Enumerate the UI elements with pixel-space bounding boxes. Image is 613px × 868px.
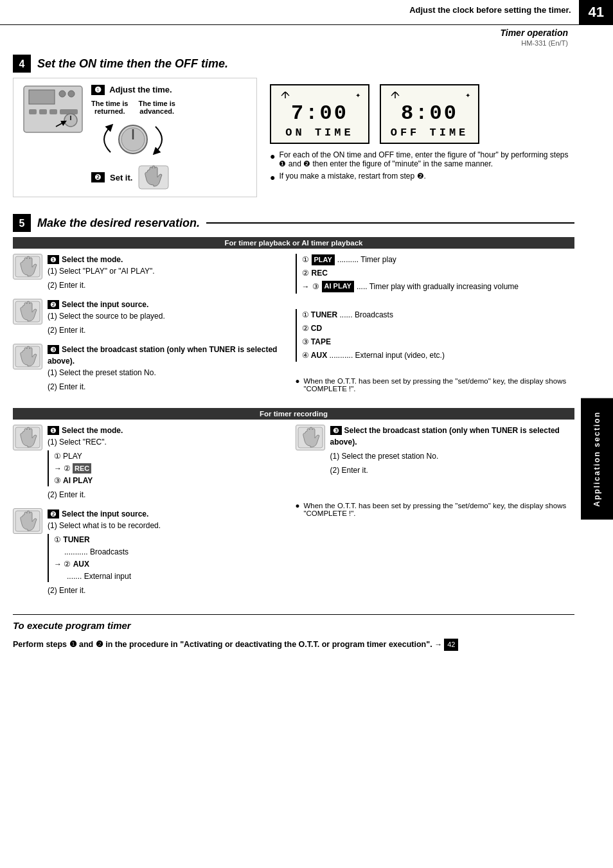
rec-step1: ❶Select the mode. (1) Select "REC". ① PL… [13,425,283,500]
playback-right: ① PLAY .......... Timer play ② REC → ③ A… [296,254,574,400]
device-diagram-svg [22,85,84,143]
rec-step2-text: ❷Select the input source. (1) Select wha… [48,508,161,596]
page-header: Adjust the clock before setting the time… [0,0,613,25]
playback-step1: ❶Select the mode. (1) Select "PLAY" or "… [13,254,283,291]
section4-content: ❶ Adjust the time. The time is returned.… [13,78,574,204]
lcd-displays: ✦ 7:00 ON TIME ✦ 8:00 OFF TIME [270,84,574,144]
page-ref-number: 42 [444,639,458,651]
step4-title: Set the ON time then the OFF time. [37,57,228,71]
on-time-display: ✦ 7:00 ON TIME [270,84,369,144]
playback-step2-text: ❷Select the input source. (1) Select the… [48,299,165,336]
section4-right: ✦ 7:00 ON TIME ✦ 8:00 OFF TIME [270,78,574,204]
off-time-value: 8:00 [401,102,458,125]
recording-note: ● When the O.T.T. has been set by pressi… [296,502,574,517]
recording-left: ❶Select the mode. (1) Select "REC". ① PL… [13,425,283,604]
execute-text: Perform steps ❶ and ❷ in the procedure i… [13,635,574,651]
adjust-box: ❶ Adjust the time. The time is returned.… [13,78,257,197]
adjust-title: ❶ Adjust the time. [91,85,247,94]
playback-step3-text: ❸Select the broadcast station (only when… [48,344,283,393]
step5-heading: 5 Make the desired reservation. [13,214,574,232]
on-time-label: ON TIME [285,127,353,139]
source-options: ① TUNER ...... Broadcasts ② CD ③ TAPE ④ … [296,309,574,362]
off-time-label: OFF TIME [391,127,469,139]
hand-icon-r3 [296,425,325,450]
svg-rect-6 [29,109,37,114]
svg-point-5 [68,91,75,97]
svg-text:4: 4 [19,58,25,69]
recording-bar: For timer recording [13,408,574,420]
rec-step1-text: ❶Select the mode. (1) Select "REC". ① PL… [48,425,123,500]
note-item-2: ● If you make a mistake, restart from st… [270,172,574,184]
set-it-row: ❷ Set it. [91,164,247,190]
playback-step3: ❸Select the broadcast station (only when… [13,344,283,393]
page-number: 41 [580,0,613,24]
rec-step3-block: ❸Select the broadcast station (only when… [296,425,574,476]
svg-rect-3 [29,90,55,104]
hand-press-icon [138,164,170,190]
svg-text:5: 5 [19,218,25,229]
step4-heading: 4 Set the ON time then the OFF time. [13,55,574,73]
page-ref: → 42 [434,639,458,651]
model-number: HM-331 (En/T) [0,39,613,52]
recording-right: ❸Select the broadcast station (only when… [296,425,574,604]
playback-note: ● When the O.T.T. has been set by pressi… [296,377,574,393]
off-time-display: ✦ 8:00 OFF TIME [380,84,479,144]
main-content: 4 Set the ON time then the OFF time. [0,52,613,664]
recording-section: ❶Select the mode. (1) Select "REC". ① PL… [13,425,574,604]
on-time-value: 7:00 [291,102,348,125]
note-item-1: ● For each of the ON time and OFF time, … [270,150,574,168]
playback-left: ❶Select the mode. (1) Select "PLAY" or "… [13,254,283,400]
section-subtitle: Timer operation [0,25,613,39]
execute-title: To execute program timer [13,620,574,631]
play-options: ① PLAY .......... Timer play ② REC → ③ A… [296,254,574,294]
svg-rect-8 [49,109,57,114]
step5-title: Make the desired reservation. [37,217,200,230]
hand-icon-3 [13,344,42,369]
playback-step2: ❷Select the input source. (1) Select the… [13,299,283,336]
rec-step2: ❷Select the input source. (1) Select wha… [13,508,283,596]
step5-icon: 5 [13,214,31,232]
playback-bar: For timer playback or AI timer playback [13,237,574,249]
hand-icon-r2 [13,508,42,534]
playback-section: ❶Select the mode. (1) Select "PLAY" or "… [13,254,574,400]
svg-rect-7 [39,109,47,114]
step4-icon: 4 [13,55,31,73]
rec-step3-text: ❸Select the broadcast station (only when… [330,425,574,476]
header-instruction: Adjust the clock before setting the time… [0,0,580,24]
hand-icon-r1 [13,425,42,450]
section4-left: ❶ Adjust the time. The time is returned.… [13,78,257,204]
hand-icon-2 [13,299,42,324]
svg-point-4 [59,91,66,97]
knob-illustration [91,120,175,159]
hand-icon-1 [13,254,42,279]
section4-notes: ● For each of the ON time and OFF time, … [270,150,574,184]
playback-step1-text: ❶Select the mode. (1) Select "PLAY" or "… [48,254,155,291]
application-section-sidebar: Application section [581,398,613,520]
execute-section: To execute program timer Perform steps ❶… [13,614,574,651]
